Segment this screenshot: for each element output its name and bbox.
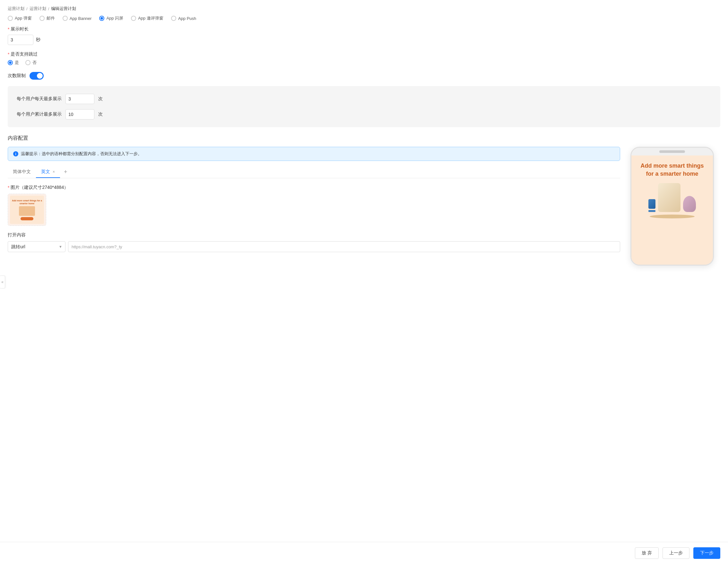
mini-ad-button	[21, 217, 33, 220]
watch-shape	[648, 199, 655, 209]
skip-no-radio[interactable]: 否	[25, 60, 37, 65]
breadcrumb-item-2[interactable]: 运营计划	[30, 6, 46, 12]
radio-circle-popup	[8, 16, 13, 21]
radio-label-email: 邮件	[47, 15, 55, 21]
display-duration-label-text: 展示时长	[11, 26, 29, 32]
daily-limit-unit: 次	[98, 96, 103, 102]
skip-no-label: 否	[32, 60, 37, 65]
count-limit-label: 次数限制	[8, 73, 26, 79]
radio-label-banner: App Banner	[70, 16, 92, 21]
phone-notch-bar	[659, 150, 685, 153]
display-duration-input-group: 秒	[8, 35, 720, 45]
breadcrumb-sep-1: /	[26, 6, 28, 11]
total-limit-unit: 次	[98, 111, 103, 117]
tab-en-close[interactable]: ×	[53, 169, 55, 174]
mini-ad-text: Add more smart things for a smarter home	[12, 199, 42, 205]
radio-app-flash[interactable]: App 闪屏	[99, 15, 123, 21]
content-config-section: 内容配置 i 温馨提示：选中的语种都需分别配置内容，否则无法进入下一步。 简体中…	[8, 135, 720, 265]
radio-group: App 弹窗 邮件 App Banner App 闪屏 App 邀评弹窗 App…	[0, 15, 728, 26]
radio-app-banner[interactable]: App Banner	[63, 16, 92, 21]
image-label-text: 图片（建议尺寸2740*4884）	[11, 185, 68, 190]
display-duration-label: * 展示时长	[8, 26, 720, 32]
duration-unit: 秒	[36, 37, 40, 43]
alert-info: i 温馨提示：选中的语种都需分别配置内容，否则无法进入下一步。	[8, 147, 620, 161]
breadcrumb-item-3: 编辑运营计划	[51, 6, 76, 12]
radio-circle-comment	[131, 16, 136, 21]
display-duration-row: * 展示时长 秒	[8, 26, 720, 45]
required-star-skip: *	[8, 52, 9, 57]
open-content-label: 打开内容	[8, 232, 620, 238]
skip-yes-label: 是	[15, 60, 19, 65]
page-container: « 运营计划 / 运营计划 / 编辑运营计划 App 弹窗 邮件 App Ban…	[0, 0, 728, 564]
info-icon: i	[13, 151, 18, 156]
left-column: i 温馨提示：选中的语种都需分别配置内容，否则无法进入下一步。 简体中文 英文 …	[8, 147, 620, 258]
product-watch	[648, 199, 655, 212]
sidebar-collapse-handle[interactable]: «	[0, 275, 5, 289]
skip-yes-circle	[8, 60, 13, 65]
main-content: * 展示时长 秒 * 是否支持跳过 是 否	[0, 26, 728, 265]
radio-circle-banner	[63, 16, 68, 21]
discard-button[interactable]: 放 弃	[635, 547, 659, 559]
tab-en[interactable]: 英文 ×	[36, 166, 60, 178]
phone-preview: Add more smart things for a smarter home	[630, 147, 714, 265]
image-label: * 图片（建议尺寸2740*4884）	[8, 185, 620, 190]
right-column: Add more smart things for a smarter home	[630, 147, 720, 265]
open-content-row: 打开内容 跳转url ▼	[8, 232, 620, 252]
daily-limit-input[interactable]	[65, 94, 94, 104]
count-limit-row: 次数限制	[8, 72, 720, 80]
url-input[interactable]	[68, 241, 620, 252]
radio-circle-flash	[99, 16, 104, 21]
footer-bar: 放 弃 上一步 下一步	[0, 542, 728, 564]
skip-support-row: * 是否支持跳过 是 否	[8, 51, 720, 65]
count-limit-toggle[interactable]	[30, 72, 44, 80]
total-limit-input[interactable]	[65, 109, 94, 119]
breadcrumb-sep-2: /	[48, 6, 49, 11]
tab-en-label: 英文	[41, 169, 50, 174]
radio-label-push: App Push	[178, 16, 196, 21]
product-small	[683, 196, 696, 212]
product-main	[658, 183, 680, 212]
skip-yes-radio[interactable]: 是	[8, 60, 19, 65]
radio-label-comment: App 邀评弹窗	[138, 15, 163, 21]
radio-app-comment[interactable]: App 邀评弹窗	[131, 15, 163, 21]
mini-ad-products	[19, 206, 35, 216]
radio-app-popup[interactable]: App 弹窗	[8, 15, 32, 21]
radio-app-push[interactable]: App Push	[171, 16, 196, 21]
skip-radio-group: 是 否	[8, 60, 720, 65]
daily-limit-label: 每个用户每天最多展示	[17, 96, 62, 102]
limits-box: 每个用户每天最多展示 次 每个用户累计最多展示 次	[8, 86, 720, 127]
alert-text: 温馨提示：选中的语种都需分别配置内容，否则无法进入下一步。	[21, 151, 142, 157]
tab-zh-label: 简体中文	[13, 169, 31, 174]
total-limit-label: 每个用户累计最多展示	[17, 111, 62, 117]
image-section: * 图片（建议尺寸2740*4884） Add more smart thing…	[8, 185, 620, 226]
phone-screen: Add more smart things for a smarter home	[631, 155, 713, 264]
mini-ad-preview: Add more smart things for a smarter home	[10, 195, 44, 224]
image-upload-box[interactable]: Add more smart things for a smarter home	[8, 194, 46, 226]
tab-zh[interactable]: 简体中文	[8, 166, 36, 178]
breadcrumb-item-1[interactable]: 运营计划	[8, 6, 24, 12]
open-content-inputs: 跳转url ▼	[8, 241, 620, 252]
radio-label-flash: App 闪屏	[106, 15, 123, 21]
open-type-select-wrapper: 跳转url ▼	[8, 241, 65, 252]
skip-support-label: * 是否支持跳过	[8, 51, 720, 57]
phone-ad-text: Add more smart things for a smarter home	[640, 162, 704, 178]
breadcrumb: 运营计划 / 运营计划 / 编辑运营计划	[0, 0, 728, 15]
phone-notch	[631, 148, 713, 155]
radio-email[interactable]: 邮件	[39, 15, 55, 21]
radio-circle-email	[39, 16, 45, 21]
image-preview: Add more smart things for a smarter home	[8, 194, 46, 225]
open-type-select[interactable]: 跳转url	[8, 241, 65, 252]
required-star-image: *	[8, 185, 9, 190]
main-product-shape	[658, 183, 680, 212]
watch-band	[648, 210, 655, 212]
radio-circle-push	[171, 16, 176, 21]
content-config-title: 内容配置	[8, 135, 720, 142]
next-button[interactable]: 下一步	[693, 547, 720, 559]
total-limit-row: 每个用户累计最多展示 次	[17, 109, 711, 119]
required-star-duration: *	[8, 27, 9, 32]
display-duration-input[interactable]	[8, 35, 33, 45]
small-product-shape	[683, 196, 696, 212]
prev-button[interactable]: 上一步	[663, 547, 689, 559]
tab-add-button[interactable]: +	[60, 166, 71, 178]
product-base	[650, 214, 695, 218]
